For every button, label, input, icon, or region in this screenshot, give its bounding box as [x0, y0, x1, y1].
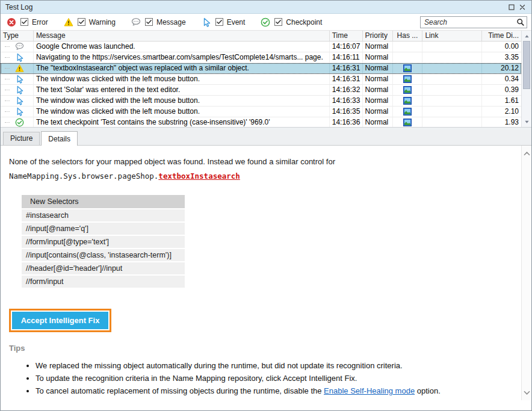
picture-icon — [403, 119, 412, 126]
tree-connector — [1, 63, 11, 73]
mapping-prefix: NameMapping.Sys.browser.pageShop. — [9, 172, 158, 181]
scroll-up-icon[interactable] — [522, 31, 531, 41]
tree-connector — [1, 52, 11, 63]
tab-picture[interactable]: Picture — [3, 132, 40, 145]
search-icon[interactable] — [515, 18, 527, 26]
selector-row[interactable]: //form/input[@type='text'] — [22, 236, 185, 248]
tips-list: We replaced the missing object automatic… — [36, 359, 514, 400]
selector-row[interactable]: //input[@name='q'] — [22, 223, 185, 235]
selector-row[interactable]: //input[contains(@class, 'instasearch-te… — [22, 249, 185, 261]
mapping-path: NameMapping.Sys.browser.pageShop.textbox… — [9, 172, 514, 181]
log-priority: Normal — [363, 52, 393, 63]
close-button[interactable] — [517, 2, 528, 12]
column-header-time[interactable]: Time — [330, 31, 363, 41]
chevron-up-icon[interactable] — [522, 148, 531, 159]
search-box — [420, 16, 527, 28]
maximize-button[interactable] — [506, 2, 517, 12]
log-time: 14:16:36 — [330, 117, 363, 128]
log-link — [422, 117, 482, 128]
log-has-picture — [393, 107, 423, 117]
window-title: Test Log — [5, 3, 506, 11]
selector-row[interactable]: //header[@id='header']//input — [22, 262, 185, 274]
picture-icon — [403, 97, 412, 105]
message-icon — [15, 42, 24, 51]
column-header-link[interactable]: Link — [422, 31, 482, 41]
log-link — [422, 63, 482, 73]
filter-message: Message — [131, 17, 186, 27]
details-intro: None of the selectors for your mapped ob… — [9, 157, 514, 166]
filter-label: Warning — [89, 18, 116, 26]
column-header-priority[interactable]: Priority — [363, 31, 393, 41]
scroll-down-icon[interactable] — [522, 117, 531, 126]
log-time-diff: 3.35 — [482, 52, 521, 63]
column-header-has-picture[interactable]: Has ... — [393, 31, 423, 41]
picture-icon — [403, 75, 412, 83]
log-time: 14:16:11 — [330, 52, 363, 63]
log-time: 14:16:32 — [330, 85, 363, 95]
picture-icon — [403, 86, 412, 94]
log-has-picture — [393, 117, 423, 128]
selectors-table-header: New Selectors — [22, 195, 185, 208]
error-checkbox[interactable] — [20, 18, 28, 26]
table-row[interactable]: Google Chrome was launched. 14:16:07 Nor… — [1, 42, 521, 52]
highlight-box: Accept Intelligent Fix — [9, 309, 111, 332]
title-bar: Test Log — [1, 1, 531, 14]
log-time-diff: 0.39 — [482, 85, 521, 95]
table-row[interactable]: The window was clicked with the left mou… — [1, 107, 521, 117]
tree-connector — [1, 42, 11, 52]
log-time: 14:16:31 — [330, 63, 363, 73]
tree-connector — [1, 107, 11, 117]
accept-intelligent-fix-button[interactable]: Accept Intelligent Fix — [12, 312, 108, 329]
selector-row[interactable]: #instasearch — [22, 209, 185, 221]
filter-toolbar: Error Warning Message Event Checkpoint — [1, 14, 531, 31]
table-row[interactable]: The text checkpoint 'Test contains the s… — [1, 117, 521, 128]
log-link — [422, 85, 482, 95]
test-log-window: Test Log Error Warning Message Event — [0, 0, 532, 411]
mapping-object-link[interactable]: textboxInstasearch — [158, 172, 240, 181]
log-time-diff: 0.00 — [482, 42, 521, 52]
event-icon — [15, 53, 24, 62]
log-time: 14:16:33 — [330, 96, 363, 106]
event-icon — [202, 17, 211, 27]
log-time-diff: 2.10 — [482, 107, 521, 117]
column-header-type[interactable]: Type — [1, 31, 34, 41]
enable-self-healing-link[interactable]: Enable Self-Healing mode — [324, 386, 415, 395]
log-link — [422, 52, 482, 63]
log-time-diff: 1.93 — [482, 117, 521, 128]
tree-connector — [1, 96, 11, 106]
column-header-time-diff[interactable]: Time Di... — [482, 31, 521, 41]
event-icon — [15, 75, 24, 84]
table-row-selected[interactable]: The "textboxInstasearch" object was repl… — [1, 63, 521, 74]
log-scrollbar[interactable] — [521, 31, 531, 127]
log-table: Type Message Time Priority Has ... Link … — [1, 31, 531, 128]
tab-details[interactable]: Details — [41, 131, 78, 146]
message-checkbox[interactable] — [145, 18, 153, 26]
log-has-picture — [393, 42, 423, 52]
tip-item: To cancel automatic replacement of missi… — [36, 385, 514, 397]
table-row[interactable]: Navigating to the https://services.smart… — [1, 52, 521, 63]
warning-checkbox[interactable] — [78, 18, 85, 26]
event-checkbox[interactable] — [215, 18, 223, 26]
learn-more-link[interactable]: Learn more — [36, 399, 75, 400]
filter-label: Event — [227, 18, 246, 26]
chevron-down-icon[interactable] — [522, 387, 531, 398]
log-time-diff: 1.61 — [482, 96, 521, 106]
search-input[interactable] — [421, 17, 515, 27]
details-scrollbar[interactable] — [521, 146, 531, 400]
table-row[interactable]: The text 'Solar' was entered in the text… — [1, 85, 521, 96]
log-link — [422, 74, 482, 84]
log-priority: Normal — [363, 63, 393, 73]
table-row[interactable]: The window was clicked with the left mou… — [1, 96, 521, 107]
log-message: The text 'Solar' was entered in the text… — [34, 85, 330, 95]
table-row[interactable]: The window was clicked with the left mou… — [1, 74, 521, 85]
selector-row[interactable]: //form/input — [22, 276, 185, 288]
log-has-picture — [393, 96, 423, 106]
log-has-picture — [393, 74, 423, 84]
log-has-picture — [393, 85, 423, 95]
column-header-message[interactable]: Message — [34, 31, 330, 41]
tip-item: We replaced the missing object automatic… — [36, 359, 514, 372]
picture-icon — [403, 108, 412, 116]
log-time: 14:16:31 — [330, 74, 363, 84]
checkpoint-checkbox[interactable] — [274, 18, 282, 26]
scrollbar-thumb[interactable] — [523, 41, 530, 89]
